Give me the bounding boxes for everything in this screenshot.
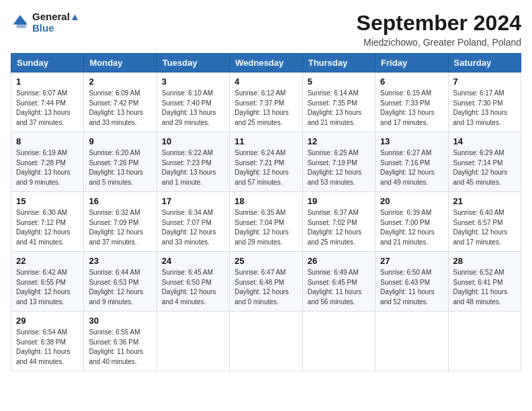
day-number: 25 <box>234 256 297 266</box>
day-info: Sunrise: 6:42 AM Sunset: 6:55 PM Dayligh… <box>16 268 79 307</box>
calendar-cell: 11 Sunrise: 6:24 AM Sunset: 7:21 PM Dayl… <box>230 132 302 192</box>
calendar-cell: 9 Sunrise: 6:20 AM Sunset: 7:26 PM Dayli… <box>84 132 157 192</box>
calendar-cell: 10 Sunrise: 6:22 AM Sunset: 7:23 PM Dayl… <box>157 132 229 192</box>
calendar-cell: 6 Sunrise: 6:15 AM Sunset: 7:33 PM Dayli… <box>375 73 448 132</box>
calendar-cell: 20 Sunrise: 6:39 AM Sunset: 7:00 PM Dayl… <box>375 192 448 252</box>
calendar-cell: 18 Sunrise: 6:35 AM Sunset: 7:04 PM Dayl… <box>230 192 302 252</box>
day-info: Sunrise: 6:10 AM Sunset: 7:40 PM Dayligh… <box>162 89 224 128</box>
day-number: 12 <box>308 136 370 146</box>
day-number: 8 <box>16 136 79 146</box>
day-number: 24 <box>162 256 224 266</box>
day-number: 18 <box>234 196 297 206</box>
day-number: 17 <box>162 196 224 206</box>
day-info: Sunrise: 6:37 AM Sunset: 7:02 PM Dayligh… <box>308 208 370 247</box>
day-info: Sunrise: 6:07 AM Sunset: 7:44 PM Dayligh… <box>16 89 79 128</box>
day-number: 27 <box>380 256 443 266</box>
calendar-cell <box>375 312 448 371</box>
day-number: 9 <box>89 136 151 146</box>
weekday-header-monday: Monday <box>84 54 157 73</box>
day-info: Sunrise: 6:24 AM Sunset: 7:21 PM Dayligh… <box>234 148 297 187</box>
day-info: Sunrise: 6:47 AM Sunset: 6:48 PM Dayligh… <box>234 268 297 307</box>
calendar-cell: 24 Sunrise: 6:45 AM Sunset: 6:50 PM Dayl… <box>157 252 229 312</box>
day-info: Sunrise: 6:35 AM Sunset: 7:04 PM Dayligh… <box>234 208 297 247</box>
day-number: 29 <box>16 316 79 326</box>
day-info: Sunrise: 6:15 AM Sunset: 7:33 PM Dayligh… <box>380 89 443 128</box>
day-info: Sunrise: 6:32 AM Sunset: 7:09 PM Dayligh… <box>89 208 151 247</box>
day-info: Sunrise: 6:12 AM Sunset: 7:37 PM Dayligh… <box>234 89 297 128</box>
calendar-cell: 4 Sunrise: 6:12 AM Sunset: 7:37 PM Dayli… <box>230 73 302 132</box>
logo-icon <box>11 13 30 32</box>
logo: General▲ Blue <box>11 11 80 34</box>
calendar-cell: 23 Sunrise: 6:44 AM Sunset: 6:53 PM Dayl… <box>84 252 157 312</box>
day-number: 11 <box>234 136 297 146</box>
day-info: Sunrise: 6:17 AM Sunset: 7:30 PM Dayligh… <box>453 89 516 128</box>
logo-text: General▲ Blue <box>32 11 80 34</box>
calendar-cell: 21 Sunrise: 6:40 AM Sunset: 6:57 PM Dayl… <box>448 192 521 252</box>
calendar-cell <box>302 312 375 371</box>
title-area: September 2024 Miedzichowo, Greater Pola… <box>357 11 521 48</box>
calendar-cell: 14 Sunrise: 6:29 AM Sunset: 7:14 PM Dayl… <box>448 132 521 192</box>
calendar-cell: 16 Sunrise: 6:32 AM Sunset: 7:09 PM Dayl… <box>84 192 157 252</box>
weekday-header-wednesday: Wednesday <box>230 54 302 73</box>
day-number: 4 <box>234 77 297 87</box>
calendar-cell: 28 Sunrise: 6:52 AM Sunset: 6:41 PM Dayl… <box>448 252 521 312</box>
calendar-cell <box>448 312 521 371</box>
day-info: Sunrise: 6:27 AM Sunset: 7:16 PM Dayligh… <box>380 148 443 187</box>
day-number: 13 <box>380 136 443 146</box>
weekday-header-sunday: Sunday <box>11 54 84 73</box>
calendar-cell: 30 Sunrise: 6:55 AM Sunset: 6:36 PM Dayl… <box>84 312 157 371</box>
day-info: Sunrise: 6:14 AM Sunset: 7:35 PM Dayligh… <box>308 89 370 128</box>
day-info: Sunrise: 6:49 AM Sunset: 6:45 PM Dayligh… <box>308 268 370 307</box>
day-number: 10 <box>162 136 224 146</box>
calendar-cell: 15 Sunrise: 6:30 AM Sunset: 7:12 PM Dayl… <box>11 192 84 252</box>
day-number: 1 <box>16 77 79 87</box>
calendar-cell: 13 Sunrise: 6:27 AM Sunset: 7:16 PM Dayl… <box>375 132 448 192</box>
day-info: Sunrise: 6:54 AM Sunset: 6:38 PM Dayligh… <box>16 328 79 367</box>
day-info: Sunrise: 6:55 AM Sunset: 6:36 PM Dayligh… <box>89 328 151 367</box>
day-info: Sunrise: 6:25 AM Sunset: 7:19 PM Dayligh… <box>308 148 370 187</box>
day-info: Sunrise: 6:52 AM Sunset: 6:41 PM Dayligh… <box>453 268 516 307</box>
day-number: 19 <box>308 196 370 206</box>
calendar-week-4: 22 Sunrise: 6:42 AM Sunset: 6:55 PM Dayl… <box>11 252 521 312</box>
weekday-header-row: SundayMondayTuesdayWednesdayThursdayFrid… <box>11 54 521 73</box>
day-info: Sunrise: 6:34 AM Sunset: 7:07 PM Dayligh… <box>162 208 224 247</box>
day-number: 22 <box>16 256 79 266</box>
day-info: Sunrise: 6:20 AM Sunset: 7:26 PM Dayligh… <box>89 148 151 187</box>
calendar-cell <box>157 312 229 371</box>
weekday-header-thursday: Thursday <box>302 54 375 73</box>
calendar-cell: 2 Sunrise: 6:09 AM Sunset: 7:42 PM Dayli… <box>84 73 157 132</box>
calendar-cell: 17 Sunrise: 6:34 AM Sunset: 7:07 PM Dayl… <box>157 192 229 252</box>
weekday-header-saturday: Saturday <box>448 54 521 73</box>
calendar-week-5: 29 Sunrise: 6:54 AM Sunset: 6:38 PM Dayl… <box>11 312 521 371</box>
day-info: Sunrise: 6:09 AM Sunset: 7:42 PM Dayligh… <box>89 89 151 128</box>
day-info: Sunrise: 6:40 AM Sunset: 6:57 PM Dayligh… <box>453 208 516 247</box>
calendar-cell: 22 Sunrise: 6:42 AM Sunset: 6:55 PM Dayl… <box>11 252 84 312</box>
calendar-week-1: 1 Sunrise: 6:07 AM Sunset: 7:44 PM Dayli… <box>11 73 521 132</box>
calendar-week-2: 8 Sunrise: 6:19 AM Sunset: 7:28 PM Dayli… <box>11 132 521 192</box>
day-number: 5 <box>308 77 370 87</box>
calendar-cell: 29 Sunrise: 6:54 AM Sunset: 6:38 PM Dayl… <box>11 312 84 371</box>
day-number: 6 <box>380 77 443 87</box>
day-info: Sunrise: 6:29 AM Sunset: 7:14 PM Dayligh… <box>453 148 516 187</box>
calendar-week-3: 15 Sunrise: 6:30 AM Sunset: 7:12 PM Dayl… <box>11 192 521 252</box>
day-info: Sunrise: 6:44 AM Sunset: 6:53 PM Dayligh… <box>89 268 151 307</box>
calendar-cell: 7 Sunrise: 6:17 AM Sunset: 7:30 PM Dayli… <box>448 73 521 132</box>
calendar-cell: 5 Sunrise: 6:14 AM Sunset: 7:35 PM Dayli… <box>302 73 375 132</box>
calendar-cell: 26 Sunrise: 6:49 AM Sunset: 6:45 PM Dayl… <box>302 252 375 312</box>
calendar-cell: 27 Sunrise: 6:50 AM Sunset: 6:43 PM Dayl… <box>375 252 448 312</box>
calendar-table: SundayMondayTuesdayWednesdayThursdayFrid… <box>11 53 521 371</box>
day-number: 20 <box>380 196 443 206</box>
day-number: 16 <box>89 196 151 206</box>
weekday-header-tuesday: Tuesday <box>157 54 229 73</box>
calendar-cell: 3 Sunrise: 6:10 AM Sunset: 7:40 PM Dayli… <box>157 73 229 132</box>
day-number: 26 <box>308 256 370 266</box>
day-number: 3 <box>162 77 224 87</box>
month-title: September 2024 <box>357 11 521 36</box>
day-info: Sunrise: 6:19 AM Sunset: 7:28 PM Dayligh… <box>16 148 79 187</box>
day-info: Sunrise: 6:45 AM Sunset: 6:50 PM Dayligh… <box>162 268 224 307</box>
day-number: 14 <box>453 136 516 146</box>
calendar-cell: 12 Sunrise: 6:25 AM Sunset: 7:19 PM Dayl… <box>302 132 375 192</box>
day-number: 15 <box>16 196 79 206</box>
day-info: Sunrise: 6:39 AM Sunset: 7:00 PM Dayligh… <box>380 208 443 247</box>
day-number: 28 <box>453 256 516 266</box>
